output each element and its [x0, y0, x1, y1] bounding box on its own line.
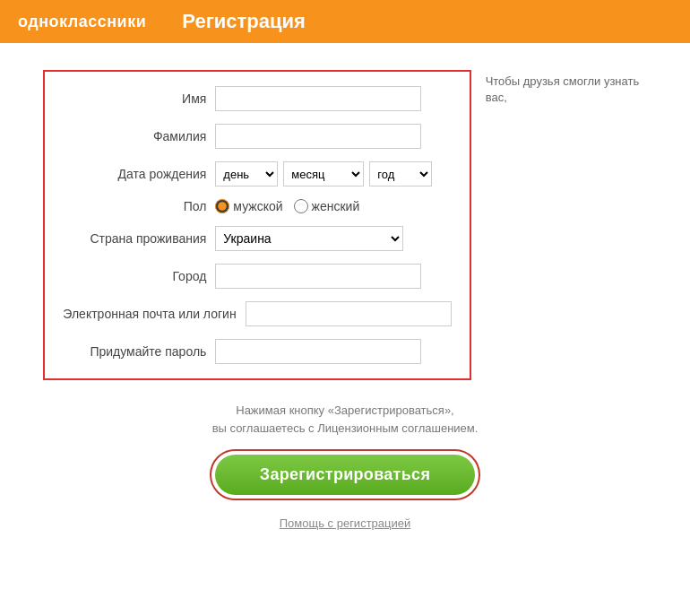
dob-year-select[interactable]: год	[369, 161, 432, 187]
gender-row: Пол мужской женский	[63, 199, 451, 213]
main-content: Имя Фамилия Дата рождения день месяц	[0, 43, 690, 616]
gender-female-radio[interactable]	[294, 199, 308, 213]
gender-female-option[interactable]: женский	[294, 199, 360, 213]
country-row: Страна проживания Украина	[63, 226, 451, 251]
city-row: Город	[63, 264, 451, 289]
gender-label: Пол	[63, 199, 206, 213]
legal-text: Нажимая кнопку «Зарегистрироваться», вы …	[212, 402, 479, 437]
surname-label: Фамилия	[63, 129, 206, 143]
logo: одноклассники	[18, 13, 146, 31]
hint-text: Чтобы друзья смогли узнать вас,	[486, 70, 647, 106]
help-link[interactable]: Помощь с регистрацией	[280, 516, 411, 530]
email-label: Электронная почта или логин	[63, 307, 236, 321]
register-btn-wrapper: Зарегистрироваться	[210, 449, 480, 500]
gender-male-radio[interactable]	[215, 199, 229, 213]
gender-female-label: женский	[312, 199, 360, 213]
password-row: Придумайте пароль	[63, 339, 451, 364]
gender-male-label: мужской	[233, 199, 282, 213]
country-label: Страна проживания	[63, 231, 206, 246]
dob-day-select[interactable]: день	[215, 161, 278, 187]
page-title: Регистрация	[182, 10, 306, 33]
gender-options: мужской женский	[215, 199, 359, 213]
dob-selects: день месяц год	[215, 161, 432, 187]
page-header: одноклассники Регистрация	[0, 0, 690, 43]
city-label: Город	[63, 269, 206, 283]
legal-line1: Нажимая кнопку «Зарегистрироваться»,	[236, 403, 453, 417]
password-input[interactable]	[215, 339, 421, 364]
register-button[interactable]: Зарегистрироваться	[215, 455, 475, 495]
dob-month-select[interactable]: месяц	[283, 161, 364, 187]
name-input[interactable]	[215, 86, 421, 111]
name-label: Имя	[63, 91, 206, 106]
form-wrapper: Имя Фамилия Дата рождения день месяц	[43, 70, 646, 380]
gender-male-option[interactable]: мужской	[215, 199, 282, 213]
password-label: Придумайте пароль	[63, 344, 206, 359]
dob-label: Дата рождения	[63, 167, 206, 181]
city-input[interactable]	[215, 264, 421, 289]
surname-row: Фамилия	[63, 124, 451, 149]
surname-input[interactable]	[215, 124, 421, 149]
email-row: Электронная почта или логин	[63, 301, 451, 326]
name-row: Имя	[63, 86, 451, 111]
registration-form: Имя Фамилия Дата рождения день месяц	[43, 70, 470, 380]
email-input[interactable]	[246, 301, 452, 326]
form-footer: Нажимая кнопку «Зарегистрироваться», вы …	[18, 380, 672, 530]
dob-row: Дата рождения день месяц год	[63, 161, 451, 187]
legal-line2: вы соглашаетесь с Лицензионным соглашени…	[212, 421, 479, 435]
country-select[interactable]: Украина	[215, 226, 403, 251]
